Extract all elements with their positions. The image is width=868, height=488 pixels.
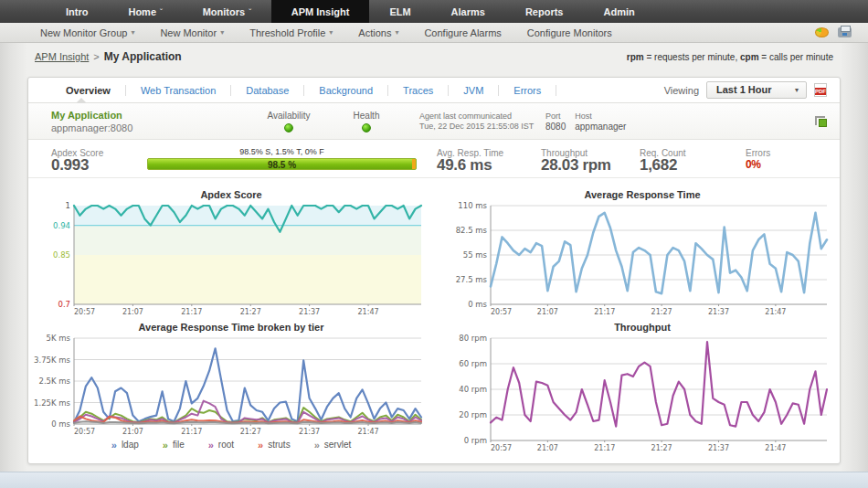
new-monitor-menu[interactable]: New Monitor ▾	[147, 27, 237, 38]
health-label: Health	[330, 111, 403, 121]
nav-intro[interactable]: Intro	[46, 0, 108, 23]
time-period-dropdown[interactable]: Last 1 Hour ▾	[706, 81, 807, 99]
nav-admin[interactable]: Admin	[583, 0, 654, 23]
tab-errors[interactable]: Errors	[499, 85, 556, 96]
svg-text:27.5 ms: 27.5 ms	[456, 275, 488, 284]
svg-text:1.25K ms: 1.25K ms	[34, 398, 70, 408]
tab-overview[interactable]: Overview	[51, 85, 126, 96]
application-name[interactable]: My Application	[51, 110, 248, 121]
tab-database[interactable]: Database	[231, 85, 304, 96]
legend-item-ldap[interactable]: »ldap	[111, 440, 139, 450]
svg-text:60 rpm: 60 rpm	[459, 359, 487, 368]
apdex-distribution: 98.5% S, 1.5% T, 0% F 98.5 %	[147, 147, 417, 170]
legend-marker-icon: »	[111, 440, 117, 450]
throughput-chart-title: Throughput	[450, 322, 834, 333]
host-info: Host appmanager	[575, 111, 626, 133]
svg-text:0.7: 0.7	[58, 300, 70, 309]
host-value: appmanager	[575, 122, 626, 133]
actions-label: Actions	[358, 27, 391, 38]
nav-reports[interactable]: Reports	[505, 0, 584, 23]
avg-response-metric: Avg. Resp. Time 49.6 ms	[437, 147, 528, 171]
throughput-metric: Throughput 28.03 rpm	[541, 147, 640, 171]
svg-text:2.5K ms: 2.5K ms	[38, 377, 70, 386]
threshold-profile-menu[interactable]: Threshold Profile ▾	[237, 27, 345, 38]
legend-item-servlet[interactable]: »servlet	[314, 440, 352, 450]
svg-text:21:47: 21:47	[358, 428, 379, 436]
new-monitor-label: New Monitor	[160, 27, 217, 38]
svg-text:40 rpm: 40 rpm	[459, 385, 487, 394]
actions-menu[interactable]: Actions ▾	[345, 27, 411, 38]
tab-web-transaction[interactable]: Web Transaction	[126, 85, 231, 96]
breadcrumb-current-page: My Application	[104, 50, 182, 63]
svg-text:1: 1	[66, 201, 70, 210]
nav-monitors[interactable]: Monitors ˇ	[183, 0, 271, 23]
top-navigation-bar: Intro Home ˇ Monitors ˇ APM Insight ELM …	[0, 0, 868, 23]
bottom-strip	[0, 472, 868, 488]
health-clear-icon	[362, 123, 371, 133]
errors-metric: Errors 0%	[746, 147, 819, 171]
tab-jvm[interactable]: JVM	[449, 85, 499, 96]
active-tab-notch	[76, 98, 87, 103]
legend-label: file	[173, 440, 185, 450]
configure-monitors-link[interactable]: Configure Monitors	[514, 27, 625, 38]
svg-text:3.75K ms: 3.75K ms	[34, 355, 70, 365]
average-response-time-chart: Average Response Time 110 ms82.5 ms55 ms…	[450, 186, 834, 318]
svg-text:20 rpm: 20 rpm	[459, 410, 487, 419]
tab-background[interactable]: Background	[304, 85, 388, 96]
availability-status: Availability	[248, 111, 330, 133]
legend-item-root[interactable]: »root	[208, 440, 234, 450]
nav-alarms[interactable]: Alarms	[431, 0, 505, 23]
legend-item-file[interactable]: »file	[163, 440, 185, 450]
expand-monitor-icon[interactable]	[815, 116, 827, 127]
units-note: rpm = requests per minute, cpm = calls p…	[627, 52, 833, 62]
svg-text:21:07: 21:07	[122, 308, 143, 316]
svg-text:21:27: 21:27	[240, 428, 261, 436]
apdex-score-plot[interactable]: 10.940.850.720:5721:0721:1721:2721:3721:…	[34, 201, 429, 316]
throughput-plot[interactable]: 80 rpm60 rpm40 rpm20 rpm0 rpm20:5721:072…	[450, 334, 834, 452]
new-monitor-group-label: New Monitor Group	[40, 27, 127, 38]
apdex-chart-title: Apdex Score	[34, 189, 429, 200]
nav-elm[interactable]: ELM	[369, 0, 430, 23]
svg-text:82.5 ms: 82.5 ms	[456, 226, 488, 235]
svg-text:21:37: 21:37	[708, 444, 729, 452]
tab-traces[interactable]: Traces	[388, 85, 449, 96]
throughput-chart: Throughput 80 rpm60 rpm40 rpm20 rpm0 rpm…	[450, 318, 834, 454]
nav-home-label: Home	[128, 6, 156, 17]
svg-text:20:57: 20:57	[491, 444, 512, 452]
new-monitor-group-menu[interactable]: New Monitor Group ▾	[27, 27, 147, 38]
svg-text:21:47: 21:47	[765, 444, 786, 452]
nav-apm-insight[interactable]: APM Insight	[271, 0, 370, 23]
time-period-value: Last 1 Hour	[716, 84, 772, 95]
svg-text:21:47: 21:47	[765, 308, 786, 316]
breadcrumb-separator: >	[93, 51, 99, 62]
legend-marker-icon: »	[163, 440, 168, 450]
svg-text:21:17: 21:17	[594, 444, 615, 452]
application-info-row: My Application appmanager:8080 Availabil…	[28, 103, 840, 140]
breadcrumb-apm-insight-link[interactable]: APM Insight	[35, 51, 89, 62]
response-time-by-tier-plot[interactable]: 5K ms3.75K ms2.5K ms1.25K ms0 ms20:5721:…	[34, 334, 429, 436]
legend-item-struts[interactable]: »struts	[258, 440, 291, 450]
request-count-metric: Req. Count 1,682	[640, 147, 746, 171]
svg-text:110 ms: 110 ms	[458, 201, 487, 210]
availability-up-icon	[284, 123, 293, 133]
charts-grid: Apdex Score 10.940.850.720:5721:0721:172…	[28, 178, 840, 454]
chevron-down-icon: ▾	[795, 86, 799, 94]
tier-chart-legend: »ldap»file»root»struts»servlet	[34, 440, 429, 450]
svg-text:20:57: 20:57	[74, 428, 95, 436]
configure-alarms-link[interactable]: Configure Alarms	[411, 27, 513, 38]
throughput-value: 28.03 rpm	[541, 159, 640, 171]
average-response-time-plot[interactable]: 110 ms82.5 ms55 ms27.5 ms0 ms20:5721:072…	[450, 201, 834, 316]
svg-text:21:17: 21:17	[594, 308, 615, 316]
nav-home[interactable]: Home ˇ	[108, 0, 182, 23]
export-pdf-icon[interactable]	[814, 83, 827, 97]
request-count-value: 1,682	[640, 159, 746, 171]
printer-icon[interactable]	[838, 27, 852, 37]
svg-text:0 rpm: 0 rpm	[464, 436, 487, 445]
svg-text:21:27: 21:27	[651, 444, 672, 452]
port-value: 8080	[545, 122, 566, 133]
port-info: Port 8080	[545, 111, 566, 133]
pie-chart-icon[interactable]	[815, 27, 829, 37]
legend-label: servlet	[324, 440, 351, 450]
health-status: Health	[330, 111, 403, 133]
svg-text:21:27: 21:27	[240, 308, 261, 316]
